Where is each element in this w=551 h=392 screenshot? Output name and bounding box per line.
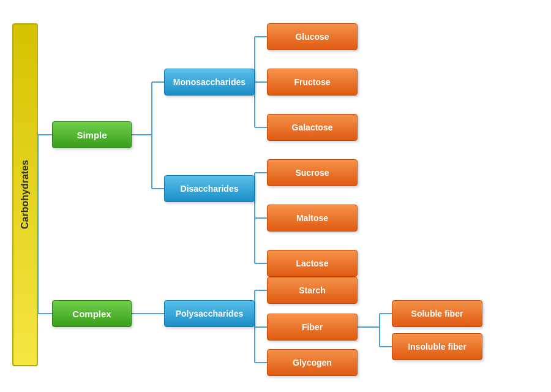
- disaccharides-node: Disaccharides: [164, 175, 255, 202]
- fructose-node: Fructose: [267, 69, 358, 96]
- diagram: Carbohydrates Simple Complex Monosacchar…: [0, 0, 551, 392]
- starch-node: Starch: [267, 277, 358, 304]
- glycogen-node: Glycogen: [267, 349, 358, 376]
- soluble-fiber-node: Soluble fiber: [392, 300, 482, 327]
- simple-node: Simple: [52, 121, 132, 148]
- sucrose-node: Sucrose: [267, 159, 358, 186]
- lactose-node: Lactose: [267, 250, 358, 277]
- fiber-node: Fiber: [267, 314, 358, 341]
- glucose-node: Glucose: [267, 23, 358, 50]
- maltose-node: Maltose: [267, 205, 358, 232]
- insoluble-fiber-node: Insoluble fiber: [392, 333, 482, 360]
- monosaccharides-node: Monosaccharides: [164, 69, 255, 96]
- root-node: Carbohydrates: [12, 23, 38, 366]
- polysaccharides-node: Polysaccharides: [164, 300, 255, 327]
- complex-node: Complex: [52, 300, 132, 327]
- galactose-node: Galactose: [267, 114, 358, 141]
